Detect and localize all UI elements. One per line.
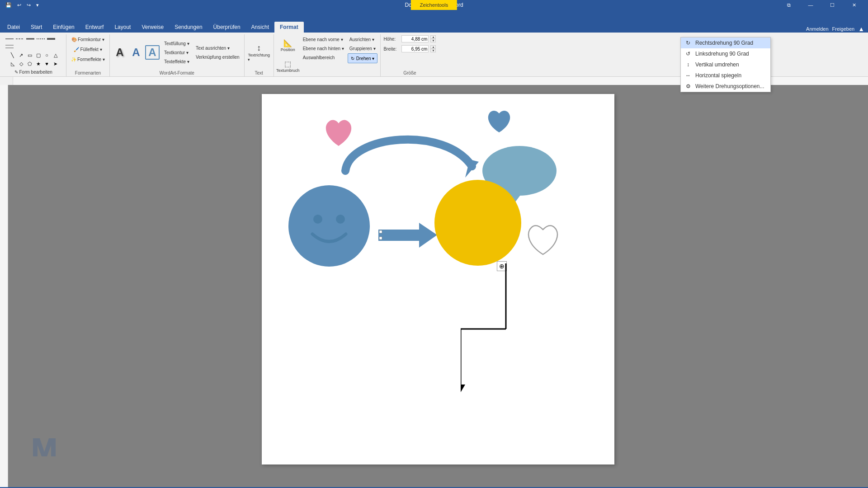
customize-icon[interactable]: ▾: [34, 2, 41, 8]
tab-sendungen[interactable]: Sendungen: [169, 22, 208, 33]
weitere-icon: ⚙: [684, 83, 692, 90]
shape-line[interactable]: ╲: [9, 51, 17, 59]
minimize-button[interactable]: —: [800, 0, 821, 10]
window-controls: ⧉ — ☐ ✕: [778, 0, 864, 10]
shape-rounded-rect[interactable]: ▢: [34, 51, 42, 59]
textrichtung-button[interactable]: ↕ Textrichtung ▾: [247, 40, 271, 65]
tab-einfuegen[interactable]: Einfügen: [47, 22, 80, 33]
tab-entwurf[interactable]: Entwurf: [80, 22, 109, 33]
fuelleffekt-icon: 🖌️: [74, 47, 79, 52]
textrichtung-icon: ↕: [257, 43, 261, 53]
gruppieren-button[interactable]: Gruppieren ▾: [348, 44, 378, 52]
line-style-1[interactable]: [5, 35, 14, 42]
restore-button[interactable]: ⧉: [778, 0, 799, 10]
undo-icon[interactable]: ↩: [15, 2, 23, 8]
text-ausrichten-button[interactable]: Text ausrichten ▾: [194, 44, 241, 52]
zeichentools-label: Zeichentools: [411, 0, 457, 10]
formeffekte-button[interactable]: ✨ Formeffekte ▾: [69, 55, 107, 63]
drehen-button[interactable]: ↻ Drehen ▾: [348, 53, 378, 63]
hoehe-up[interactable]: ▲: [430, 35, 436, 39]
textumbruch-button[interactable]: ⬚ Textumbruch: [277, 56, 299, 76]
ebene-hinten-button[interactable]: Ebene nach hinten ▾: [301, 44, 346, 52]
tab-layout[interactable]: Layout: [109, 22, 136, 33]
line-style-2[interactable]: [15, 35, 25, 42]
shape-diamond[interactable]: ◇: [17, 60, 25, 68]
weitere-drehungsoptionen-item[interactable]: ⚙ Weitere Drehungsoptionen...: [681, 81, 770, 92]
word-logo-watermark: [31, 436, 58, 460]
line-style-4[interactable]: [36, 35, 46, 42]
line-style-3[interactable]: [25, 35, 35, 42]
tab-start[interactable]: Start: [25, 22, 47, 33]
shape-arrow-right[interactable]: ➤: [52, 60, 60, 68]
rechtsdrehung-icon: ↻: [684, 39, 692, 47]
connector-line-shape[interactable]: [461, 263, 551, 396]
hoehe-spinner[interactable]: ▲ ▼: [430, 35, 436, 42]
text-section: ↕ Textrichtung ▾ Text: [245, 34, 274, 76]
smiley-shape[interactable]: [285, 182, 373, 272]
svg-point-19: [434, 180, 521, 266]
shape-triangle[interactable]: △: [52, 51, 60, 59]
wordart-a-gradient[interactable]: A: [129, 45, 143, 60]
position-button[interactable]: 📐 Position: [277, 35, 299, 55]
shape-penta[interactable]: ⬠: [26, 60, 34, 68]
shape-rt-triangle[interactable]: ◺: [9, 60, 17, 68]
blue-heart-shape[interactable]: [483, 108, 515, 138]
anmelden-button[interactable]: Anmelden: [806, 26, 829, 32]
main-area: ⊕: [0, 85, 868, 487]
formkontur-button[interactable]: 🎨 Formkontur ▾: [70, 35, 106, 43]
form-bearbeiten-button[interactable]: ✎ Form bearbeiten: [13, 68, 57, 76]
quick-access: 💾 ↩ ↪ ▾: [4, 2, 41, 8]
verknuepfung-button[interactable]: Verknüpfung erstellen: [194, 53, 241, 61]
texteffekte-button[interactable]: Texteffekte ▾: [162, 57, 191, 66]
drehen-icon: ↻: [351, 56, 354, 61]
redo-icon[interactable]: ↪: [25, 2, 33, 8]
ribbon-tabs: Datei Start Einfügen Entwurf Layout Verw…: [0, 10, 868, 33]
save-icon[interactable]: 💾: [4, 2, 14, 8]
tab-datei[interactable]: Datei: [2, 22, 25, 33]
auswahlbereich-button[interactable]: Auswahlbereich: [301, 53, 346, 61]
rechtsdrehung-item[interactable]: ↻ Rechtsdrehung 90 Grad: [681, 38, 770, 48]
shape-heart[interactable]: ♥: [43, 60, 51, 68]
linksdrehung-icon: ↺: [684, 50, 692, 57]
arrow-right-shape[interactable]: [378, 221, 437, 251]
breite-up[interactable]: ▲: [430, 45, 436, 49]
tab-ueberpruefen[interactable]: Überprüfen: [208, 22, 246, 33]
shape-arrow-ne[interactable]: ↗: [17, 51, 25, 59]
horizontal-item[interactable]: ↔ Horizontal spiegeln: [681, 70, 770, 81]
breite-down[interactable]: ▼: [430, 49, 436, 52]
hoehe-label: Höhe:: [383, 37, 400, 42]
shape-ellipse-sm[interactable]: ○: [43, 51, 51, 59]
canvas-area[interactable]: ⊕: [8, 85, 868, 487]
line-style-5[interactable]: [46, 35, 56, 42]
tab-ansicht[interactable]: Ansicht: [246, 22, 274, 33]
textfuellung-button[interactable]: Textfüllung ▾: [162, 39, 191, 47]
shape-star[interactable]: ★: [34, 60, 42, 68]
yellow-ellipse-shape[interactable]: [433, 178, 523, 269]
tab-verweise[interactable]: Verweise: [136, 22, 169, 33]
linksdrehung-item[interactable]: ↺ Linksdrehung 90 Grad: [681, 48, 770, 59]
document-page: ⊕: [262, 94, 614, 465]
svg-point-12: [288, 185, 370, 267]
fuelleffekt-button[interactable]: 🖌️ Fülleffekt ▾: [72, 45, 104, 53]
tab-format[interactable]: Format: [274, 22, 304, 33]
ebene-vorne-button[interactable]: Ebene nach vorne ▾: [301, 35, 346, 43]
freigeben-button[interactable]: Freigeben: [832, 26, 855, 32]
vertikal-item[interactable]: ↕ Vertikal umdrehen: [681, 59, 770, 70]
breite-field: Breite: ▲ ▼: [383, 45, 436, 52]
breite-input[interactable]: [401, 45, 429, 52]
wordart-a-shadow[interactable]: A: [113, 45, 127, 60]
line-style-6[interactable]: [5, 43, 14, 50]
wordart-a-outline[interactable]: A: [145, 45, 160, 60]
ribbon-collapse-button[interactable]: ▲: [858, 25, 864, 33]
shape-rect[interactable]: ▭: [26, 51, 34, 59]
groesse-section: Höhe: ▲ ▼ Breite: ▲ ▼ Größe: [381, 34, 439, 76]
textkontur-button[interactable]: Textkontur ▾: [162, 48, 191, 56]
outline-heart-shape[interactable]: [522, 221, 565, 260]
curve-arrow-shape[interactable]: [332, 108, 495, 188]
hoehe-down[interactable]: ▼: [430, 39, 436, 42]
close-button[interactable]: ✕: [844, 0, 864, 10]
hoehe-input[interactable]: [401, 35, 429, 42]
breite-spinner[interactable]: ▲ ▼: [430, 45, 436, 52]
maximize-button[interactable]: ☐: [822, 0, 843, 10]
ausrichten-button[interactable]: Ausrichten ▾: [348, 35, 378, 43]
